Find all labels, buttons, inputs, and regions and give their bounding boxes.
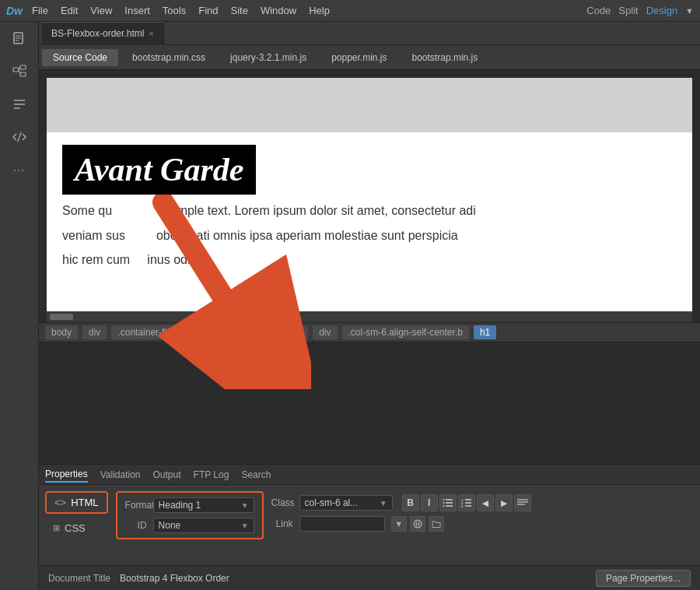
breadcrumb-container-fluid[interactable]: .container-fluid xyxy=(111,325,185,339)
tab-search[interactable]: Search xyxy=(241,468,271,482)
tab-properties[interactable]: Properties xyxy=(45,467,88,483)
file-tab-source-code[interactable]: Source Code xyxy=(42,49,118,66)
class-select[interactable]: col-sm-6 al... ▼ xyxy=(299,495,393,511)
link-external-button[interactable] xyxy=(410,516,425,532)
file-tab-bootstrap-js[interactable]: bootstrap.min.js xyxy=(401,49,489,66)
class-value: col-sm-6 al... xyxy=(305,497,359,508)
doc-title-bar: Document Title Bootstrap 4 Flexbox Order… xyxy=(39,565,700,590)
menu-site[interactable]: Site xyxy=(230,5,247,16)
file-tab-bootstrap-css[interactable]: bootstrap.min.css xyxy=(121,49,216,66)
doc-title-label: Document Title xyxy=(48,573,110,584)
link-icons: ▼ xyxy=(391,516,444,532)
breadcrumb-bar: body div .container-fluid div .row.row-e… xyxy=(39,322,700,342)
text-format-buttons: B I 1.2.3. ◀ ▶ xyxy=(399,494,531,511)
breadcrumb-row[interactable]: .row.row-eq-height xyxy=(219,325,308,339)
split-view-button[interactable]: Split xyxy=(618,5,638,16)
properties-content: <> HTML ⊞ CSS Format Heading 1 ▼ xyxy=(39,485,700,565)
css-button[interactable]: ⊞ CSS xyxy=(45,518,108,538)
class-section: Class col-sm-6 al... ▼ B I xyxy=(271,491,531,535)
breadcrumb-div-3[interactable]: div xyxy=(313,325,337,339)
menu-find[interactable]: Find xyxy=(198,5,218,16)
unordered-list-button[interactable] xyxy=(439,494,457,511)
menu-items: File Edit View Insert Tools Find Site Wi… xyxy=(32,5,586,16)
indent-right-button[interactable]: ▶ xyxy=(495,494,513,511)
format-value: Heading 1 xyxy=(159,500,201,511)
format-select[interactable]: Heading 1 ▼ xyxy=(153,497,254,513)
link-label: Link xyxy=(271,518,293,529)
properties-tabs: Properties Validation Output FTP Log Sea… xyxy=(39,465,700,485)
svg-rect-4 xyxy=(13,68,19,72)
tab-bar: BS-Flexbox-order.html × xyxy=(39,22,700,45)
doc-title-value: Bootstrap 4 Flexbox Order xyxy=(120,573,229,584)
align-button[interactable] xyxy=(514,494,531,511)
tab-validation[interactable]: Validation xyxy=(100,468,141,482)
breadcrumb-div-2[interactable]: div xyxy=(190,325,214,339)
site-icon[interactable] xyxy=(9,61,30,83)
breadcrumb-h1[interactable]: h1 xyxy=(474,325,496,339)
svg-point-19 xyxy=(443,502,444,504)
svg-text:3.: 3. xyxy=(461,504,464,507)
svg-point-20 xyxy=(443,505,444,507)
menu-help[interactable]: Help xyxy=(309,5,330,16)
id-row: ID None ▼ xyxy=(125,518,254,533)
canvas-body-text: Some qu example text. Lorem ipsum dolor … xyxy=(47,201,692,270)
breadcrumb-body[interactable]: body xyxy=(45,325,78,339)
svg-line-8 xyxy=(19,70,20,75)
close-tab-button[interactable]: × xyxy=(149,29,153,38)
id-label: ID xyxy=(125,520,147,531)
canvas-top-gray xyxy=(47,78,692,132)
code-view-button[interactable]: Code xyxy=(586,5,611,16)
html-button[interactable]: <> HTML xyxy=(45,491,108,514)
file-tab-jquery[interactable]: jquery-3.2.1.min.js xyxy=(219,49,317,66)
content-area: BS-Flexbox-order.html × Source Code boot… xyxy=(39,22,700,590)
properties-panel: Properties Validation Output FTP Log Sea… xyxy=(39,464,700,565)
breadcrumb-col[interactable]: .col-sm-6.align-self-center.b xyxy=(342,325,469,339)
tab-output[interactable]: Output xyxy=(153,468,181,482)
insert-icon[interactable] xyxy=(9,93,30,115)
css-label: CSS xyxy=(65,522,86,534)
code-tag-icon[interactable] xyxy=(9,126,30,148)
breadcrumb-div-1[interactable]: div xyxy=(82,325,107,339)
css-grid-icon: ⊞ xyxy=(53,523,60,533)
design-canvas: Avant Garde Some qu example text. Lorem … xyxy=(39,70,700,464)
file-tabs: Source Code bootstrap.min.css jquery-3.2… xyxy=(39,45,700,70)
link-folder-button[interactable] xyxy=(429,516,444,532)
link-input[interactable] xyxy=(299,516,385,532)
page-icon[interactable] xyxy=(9,28,30,50)
format-section: Format Heading 1 ▼ ID None ▼ xyxy=(116,491,264,539)
menu-window[interactable]: Window xyxy=(261,5,296,16)
class-label: Class xyxy=(271,497,293,508)
menu-file[interactable]: File xyxy=(32,5,48,16)
design-view-button[interactable]: Design xyxy=(646,5,677,16)
italic-button[interactable]: I xyxy=(421,494,438,511)
svg-point-18 xyxy=(443,499,444,500)
link-dropdown-button[interactable]: ▼ xyxy=(391,516,407,532)
menu-bar: Dw File Edit View Insert Tools Find Site… xyxy=(0,0,700,22)
left-sidebar: ··· xyxy=(0,22,39,590)
format-label: Format xyxy=(125,500,147,511)
menu-view[interactable]: View xyxy=(90,5,112,16)
more-icon[interactable]: ··· xyxy=(9,159,30,181)
format-dropdown-icon: ▼ xyxy=(241,501,249,510)
menu-tools[interactable]: Tools xyxy=(163,5,186,16)
file-tab-popper[interactable]: popper.min.js xyxy=(320,49,397,66)
svg-line-12 xyxy=(17,132,21,142)
link-row: Link ▼ xyxy=(271,516,531,532)
canvas-scrollbar[interactable] xyxy=(47,311,692,322)
view-dropdown-icon[interactable]: ▼ xyxy=(685,6,694,16)
page-properties-button[interactable]: Page Properties... xyxy=(596,570,691,587)
active-file-tab[interactable]: BS-Flexbox-order.html × xyxy=(42,22,164,45)
tab-ftp-log[interactable]: FTP Log xyxy=(194,468,229,482)
html-label: HTML xyxy=(71,497,98,508)
menu-insert[interactable]: Insert xyxy=(124,5,150,16)
ordered-list-button[interactable]: 1.2.3. xyxy=(458,494,475,511)
heading-text: Avant Garde xyxy=(75,152,243,188)
active-file-name: BS-Flexbox-order.html xyxy=(51,28,144,39)
bold-button[interactable]: B xyxy=(402,494,419,511)
svg-rect-5 xyxy=(20,65,26,69)
scrollbar-thumb[interactable] xyxy=(50,314,73,320)
id-value: None xyxy=(159,520,181,531)
id-select[interactable]: None ▼ xyxy=(153,518,254,533)
menu-edit[interactable]: Edit xyxy=(61,5,78,16)
indent-left-button[interactable]: ◀ xyxy=(477,494,494,511)
